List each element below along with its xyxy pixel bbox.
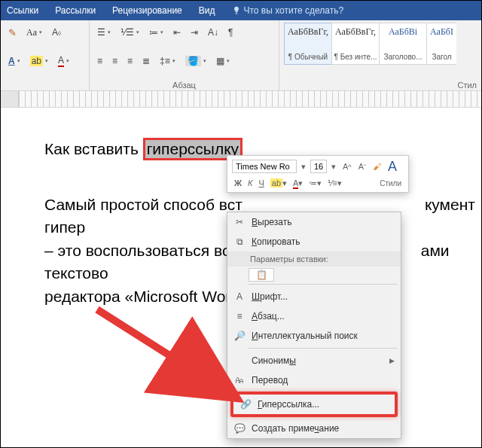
ctx-font[interactable]: AШрифт...: [227, 287, 401, 306]
tell-me[interactable]: Что вы хотите сделать?: [232, 5, 344, 16]
font-group: ✎ Aa▾ A◊ A▾ ab▾ A▾: [1, 20, 90, 90]
indent-dec-button[interactable]: ⇤: [170, 25, 184, 40]
ctx-hyperlink[interactable]: 🔗Гиперссылка...: [230, 392, 398, 417]
tab-mailings[interactable]: Рассылки: [55, 5, 96, 16]
shading-button[interactable]: 🪣▾: [182, 53, 209, 69]
tab-view[interactable]: Вид: [199, 5, 215, 16]
sort-button[interactable]: A↓: [205, 25, 221, 40]
copy-icon: ⧉: [233, 236, 246, 248]
ctx-paste-header: Параметры вставки:: [227, 251, 401, 267]
mini-size-input[interactable]: 16: [310, 160, 327, 173]
mini-size-dd[interactable]: ▾: [329, 161, 338, 172]
mini-font-dd[interactable]: ▾: [299, 161, 308, 172]
translate-icon: 🗛: [233, 374, 246, 386]
search-icon: 🔎: [233, 330, 246, 342]
style-heading1[interactable]: АаБбВіЗаголово...: [379, 23, 427, 65]
justify-button[interactable]: ≣: [139, 53, 153, 69]
tell-me-label: Что вы хотите сделать?: [244, 5, 344, 16]
mini-styles-label: Стили: [377, 178, 404, 188]
align-center-button[interactable]: ≡: [109, 53, 120, 69]
mini-fontcolor[interactable]: A▾: [291, 178, 305, 189]
align-right-button[interactable]: ≡: [124, 53, 136, 69]
ctx-synonyms[interactable]: Синонимы▶: [227, 351, 401, 370]
comment-icon: 💬: [233, 422, 246, 434]
context-menu: ✂Вырезать ⧉Копировать Параметры вставки:…: [227, 212, 401, 439]
pilcrow-button[interactable]: ¶: [225, 25, 236, 40]
tab-review[interactable]: Рецензирование: [112, 5, 182, 16]
heading-text: Как вставить: [44, 140, 143, 157]
ctx-new-comment[interactable]: 💬Создать примечание: [227, 419, 401, 438]
numbering-button[interactable]: ⅟☰▾: [117, 25, 142, 40]
mini-toolbar: Times New Ro ▾ 16 ▾ A^ Aˇ 🖌 A Ж К Ч ab▾ …: [227, 155, 409, 193]
change-case-button[interactable]: Aa▾: [23, 25, 45, 41]
paragraph-group: ☰▾ ⅟☰▾ ≔▾ ⇤ ⇥ A↓ ¶ ≡ ≡ ≡ ≣ ‡≡▾ 🪣▾ ▦▾ Абз…: [90, 20, 279, 90]
styles-label: Стил: [279, 81, 481, 90]
font-icon: A: [233, 291, 246, 303]
mini-numbering[interactable]: ⅟≡▾: [325, 178, 343, 189]
tab-links[interactable]: Ссылки: [7, 5, 38, 16]
ribbon: ✎ Aa▾ A◊ A▾ ab▾ A▾ ☰▾ ⅟☰▾ ≔▾ ⇤ ⇥ A↓ ¶ ≡ …: [1, 20, 481, 91]
font-color-button[interactable]: A▾: [5, 53, 23, 69]
clear-format-button[interactable]: ✎: [5, 25, 20, 41]
borders-button[interactable]: ▦▾: [213, 53, 233, 69]
mini-grow-button[interactable]: A^: [340, 161, 354, 172]
clipboard-icon: 📋: [256, 270, 267, 280]
style-nospacing[interactable]: АаБбВвГг,¶ Без инте...: [331, 23, 380, 65]
ctx-translate[interactable]: 🗛Перевод: [227, 370, 401, 390]
mini-bold[interactable]: Ж: [232, 178, 244, 188]
mini-font-input[interactable]: Times New Ro: [232, 160, 297, 173]
ctx-paste-option[interactable]: 📋: [249, 268, 274, 282]
clear-button[interactable]: A◊: [49, 25, 64, 40]
paragraph-icon: ≡: [233, 310, 246, 322]
paragraph-label: Абзац: [90, 81, 279, 90]
lightbulb-icon: [232, 6, 241, 15]
text-color-button[interactable]: A▾: [55, 53, 72, 69]
mini-underline[interactable]: Ч: [256, 178, 266, 188]
ribbon-tabs: Ссылки Рассылки Рецензирование Вид Что в…: [1, 1, 481, 20]
mini-format-painter[interactable]: 🖌: [371, 161, 383, 172]
highlight-button[interactable]: ab▾: [27, 53, 51, 69]
ctx-cut[interactable]: ✂Вырезать: [227, 212, 401, 232]
style-heading2[interactable]: АаБбIЗагол: [426, 23, 456, 65]
ctx-smart-lookup[interactable]: 🔎Интеллектуальный поиск: [227, 326, 401, 346]
mini-highlight[interactable]: ab▾: [268, 178, 289, 189]
multilevel-button[interactable]: ≔▾: [146, 25, 166, 40]
ruler[interactable]: [1, 91, 481, 108]
chevron-right-icon: ▶: [389, 357, 395, 364]
mini-styles-button[interactable]: A: [386, 158, 399, 175]
mini-shrink-button[interactable]: Aˇ: [356, 161, 368, 172]
style-normal[interactable]: АаБбВвГг,¶ Обычный: [284, 23, 332, 65]
mini-italic[interactable]: К: [246, 178, 255, 188]
mini-bullets[interactable]: ≔▾: [307, 178, 324, 189]
align-left-button[interactable]: ≡: [94, 53, 105, 69]
ctx-copy[interactable]: ⧉Копировать: [227, 232, 401, 251]
bullets-button[interactable]: ☰▾: [94, 25, 114, 40]
linespacing-button[interactable]: ‡≡▾: [157, 53, 178, 69]
link-icon: 🔗: [239, 398, 252, 410]
scissors-icon: ✂: [233, 216, 246, 228]
ctx-paragraph[interactable]: ≡Абзац...: [227, 306, 401, 326]
indent-inc-button[interactable]: ⇥: [188, 25, 201, 40]
styles-group: АаБбВвГг,¶ Обычный АаБбВвГг,¶ Без инте..…: [279, 20, 481, 90]
